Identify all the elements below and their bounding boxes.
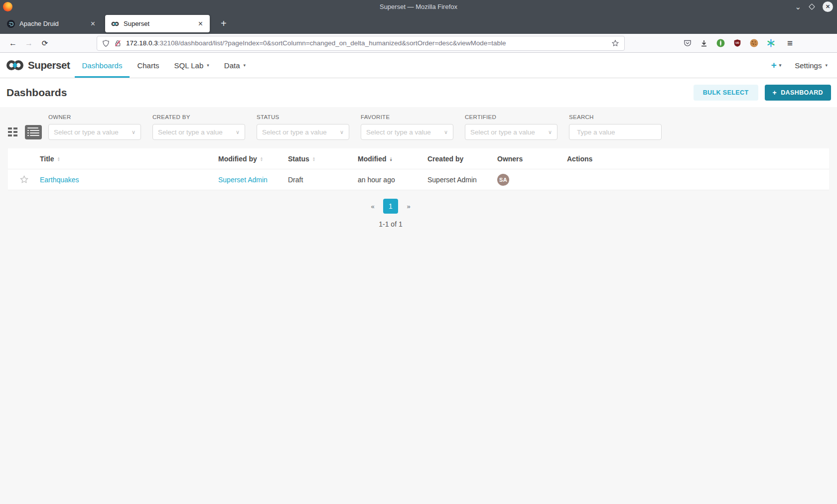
modified-cell: an hour ago: [358, 176, 427, 184]
filter-status: STATUS Select or type a value ∨: [257, 114, 349, 140]
status-select[interactable]: Select or type a value ∨: [257, 124, 349, 140]
column-label: Actions: [567, 155, 592, 163]
browser-toolbar: ← → ⟳ 172.18.0.3:32108/dashboard/list/?p…: [0, 34, 837, 53]
caret-down-icon: ▾: [207, 63, 209, 68]
tab-close-icon[interactable]: ×: [195, 19, 206, 28]
filter-label: SEARCH: [569, 114, 662, 120]
back-button[interactable]: ←: [5, 39, 21, 48]
column-label: Title: [40, 155, 54, 163]
new-dashboard-button[interactable]: + DASHBOARD: [765, 85, 831, 101]
certified-select[interactable]: Select or type a value ∨: [465, 124, 558, 140]
url-bar[interactable]: 172.18.0.3:32108/dashboard/list/?pageInd…: [97, 36, 625, 51]
nav-item-label: Charts: [137, 61, 159, 70]
plus-icon: +: [771, 60, 777, 71]
sort-icons: ▲▼: [57, 156, 60, 161]
filter-label: CERTIFIED: [465, 114, 558, 120]
menu-hamburger-icon[interactable]: ≡: [783, 38, 797, 49]
favorite-star-icon[interactable]: [19, 175, 29, 184]
dashboards-table: Title ▲▼ Modified by ▲▼ Status ▲▼ Modifi…: [8, 148, 829, 190]
superset-brand[interactable]: Superset: [6, 59, 70, 71]
owner-select[interactable]: Select or type a value ∨: [48, 124, 141, 140]
column-header-actions: Actions: [567, 155, 829, 163]
select-placeholder: Select or type a value: [54, 128, 119, 136]
favorite-select[interactable]: Select or type a value ∨: [361, 124, 453, 140]
minimize-icon[interactable]: ⌄: [795, 4, 801, 9]
pocket-icon[interactable]: [684, 39, 692, 47]
content-area: OWNER Select or type a value ∨ CREATED B…: [0, 107, 837, 504]
superset-navbar: Superset Dashboards Charts SQL Lab ▾ Dat…: [0, 53, 837, 78]
cookie-icon[interactable]: [750, 39, 758, 47]
window-title: Superset — Mozilla Firefox: [0, 3, 837, 10]
filter-favorite: FAVORITE Select or type a value ∨: [361, 114, 453, 140]
close-icon[interactable]: ✕: [823, 1, 833, 12]
new-tab-button[interactable]: +: [217, 18, 231, 29]
status-cell: Draft: [288, 176, 358, 184]
page-title: Dashboards: [6, 87, 67, 99]
dashboard-title-cell: Earthquakes: [40, 176, 218, 184]
column-header-modified-by[interactable]: Modified by ▲▼: [218, 155, 288, 163]
sort-icons: ▲▼: [260, 156, 263, 161]
druid-favicon-icon: [7, 20, 15, 28]
forward-button[interactable]: →: [21, 39, 37, 48]
tab-superset[interactable]: Superset ×: [105, 15, 210, 32]
search-input[interactable]: [577, 128, 665, 136]
modified-by-cell: Superset Admin: [218, 176, 288, 184]
filter-label: STATUS: [257, 114, 349, 120]
nav-item-sql-lab[interactable]: SQL Lab ▾: [167, 53, 217, 78]
column-header-status[interactable]: Status ▲▼: [288, 155, 358, 163]
nav-menu: Dashboards Charts SQL Lab ▾ Data ▾: [75, 53, 253, 78]
select-placeholder: Select or type a value: [470, 128, 535, 136]
created-by-cell: Superset Admin: [427, 176, 497, 184]
nav-item-dashboards[interactable]: Dashboards: [75, 53, 130, 78]
created-by-select[interactable]: Select or type a value ∨: [152, 124, 245, 140]
card-view-icon[interactable]: [8, 127, 17, 137]
settings-label: Settings: [795, 61, 822, 70]
filter-created-by: CREATED BY Select or type a value ∨: [152, 114, 245, 140]
column-label: Created by: [427, 155, 463, 163]
column-header-modified[interactable]: Modified ▲▼: [358, 155, 427, 163]
tab-label: Apache Druid: [19, 20, 59, 27]
tab-close-icon[interactable]: ×: [88, 19, 98, 28]
extension-green-icon[interactable]: [716, 39, 725, 47]
chevron-down-icon: ∨: [444, 129, 448, 135]
pagination: « 1 »: [0, 199, 781, 214]
url-text: 172.18.0.3:32108/dashboard/list/?pageInd…: [126, 39, 506, 47]
nav-item-data[interactable]: Data ▾: [217, 53, 253, 78]
firefox-logo-icon: [3, 2, 12, 11]
page-1-button[interactable]: 1: [383, 199, 398, 214]
insecure-lock-icon[interactable]: [114, 39, 122, 47]
table-row: Earthquakes Superset Admin Draft an hour…: [8, 169, 829, 190]
select-placeholder: Select or type a value: [158, 128, 223, 136]
column-label: Status: [288, 155, 309, 163]
tab-bar: Apache Druid × Superset × +: [0, 13, 837, 34]
next-page-button[interactable]: »: [402, 199, 416, 214]
bulk-select-button[interactable]: BULK SELECT: [694, 85, 758, 101]
bulk-select-label: BULK SELECT: [703, 89, 749, 96]
column-header-title[interactable]: Title ▲▼: [40, 155, 218, 163]
list-view-icon[interactable]: [25, 125, 42, 139]
window-controls: ⌄ ✕: [795, 0, 833, 13]
owners-cell: SA: [497, 174, 567, 186]
pagination-summary: 1-1 of 1: [0, 220, 781, 228]
dashboard-title-link[interactable]: Earthquakes: [40, 176, 79, 184]
select-placeholder: Select or type a value: [262, 128, 327, 136]
snowflake-extension-icon[interactable]: [767, 39, 775, 47]
ublock-shield-icon[interactable]: UO: [733, 39, 741, 47]
modified-by-link[interactable]: Superset Admin: [218, 176, 268, 184]
chevron-down-icon: ∨: [340, 129, 344, 135]
new-item-menu[interactable]: + ▾: [771, 60, 782, 71]
previous-page-button[interactable]: «: [366, 199, 380, 214]
reload-button[interactable]: ⟳: [37, 39, 53, 48]
shield-icon[interactable]: [102, 39, 110, 47]
nav-item-label: Data: [224, 61, 240, 70]
filter-certified: CERTIFIED Select or type a value ∨: [465, 114, 558, 140]
nav-item-charts[interactable]: Charts: [130, 53, 166, 78]
tab-apache-druid[interactable]: Apache Druid ×: [0, 13, 102, 34]
settings-menu[interactable]: Settings ▾: [795, 61, 828, 70]
svg-text:UO: UO: [735, 41, 739, 44]
brand-name: Superset: [28, 59, 70, 71]
filter-label: OWNER: [48, 114, 141, 120]
maximize-icon[interactable]: [809, 3, 815, 10]
download-icon[interactable]: [700, 39, 708, 47]
bookmark-star-icon[interactable]: [611, 39, 619, 47]
